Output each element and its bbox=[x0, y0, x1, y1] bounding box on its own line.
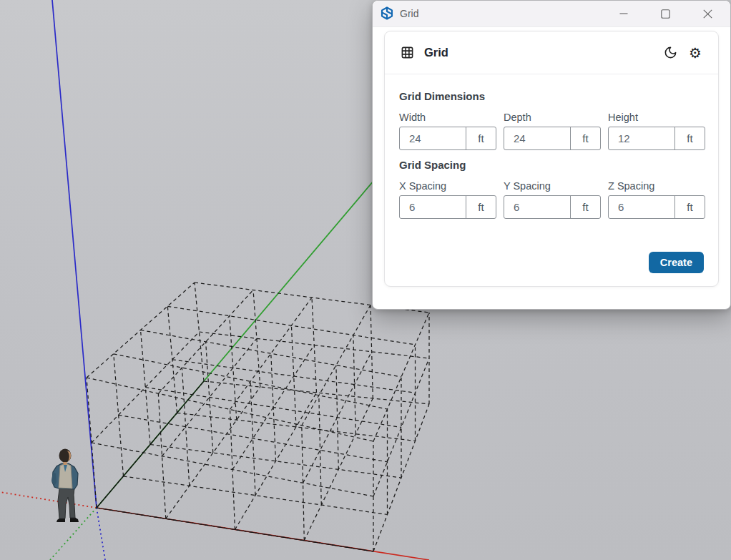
x-spacing-input[interactable] bbox=[400, 196, 466, 218]
create-button[interactable]: Create bbox=[649, 252, 704, 273]
y-spacing-input[interactable] bbox=[504, 196, 570, 218]
grid-dialog-window: Grid Grid bbox=[372, 0, 731, 310]
red-axis-dotted bbox=[0, 492, 97, 508]
height-input[interactable] bbox=[609, 127, 674, 149]
panel-title: Grid bbox=[424, 46, 448, 59]
x-spacing-unit-label: ft bbox=[466, 196, 496, 218]
z-spacing-unit-label: ft bbox=[674, 196, 705, 218]
depth-input[interactable] bbox=[504, 127, 570, 149]
maximize-icon bbox=[661, 9, 670, 19]
window-title: Grid bbox=[400, 8, 418, 19]
depth-unit-label: ft bbox=[570, 127, 600, 149]
settings-button[interactable]: ⚙ bbox=[688, 46, 702, 60]
y-spacing-unit-label: ft bbox=[570, 196, 600, 218]
dashed-3d-grid bbox=[87, 283, 429, 551]
z-spacing-label: Z Spacing bbox=[608, 180, 705, 192]
depth-label: Depth bbox=[504, 112, 601, 123]
x-spacing-label: X Spacing bbox=[399, 180, 496, 192]
maximize-button[interactable] bbox=[644, 1, 687, 26]
grid-panel-card: Grid ⚙ Grid Dimensions Width bbox=[384, 31, 719, 287]
panel-content: Grid Dimensions Width ft Depth ft bbox=[385, 74, 718, 219]
z-spacing-input[interactable] bbox=[609, 196, 674, 218]
grid-icon bbox=[401, 46, 414, 59]
depth-field: Depth ft bbox=[504, 112, 601, 150]
theme-toggle-button[interactable] bbox=[663, 46, 677, 60]
width-label: Width bbox=[399, 112, 496, 123]
height-field: Height ft bbox=[608, 112, 705, 150]
scale-figure bbox=[51, 449, 79, 523]
close-icon bbox=[703, 9, 712, 19]
sketchup-logo-icon bbox=[380, 6, 394, 21]
blue-axis-solid bbox=[52, 0, 97, 508]
height-label: Height bbox=[608, 112, 705, 123]
section-heading-dimensions: Grid Dimensions bbox=[399, 90, 704, 102]
panel-actions: ⚙ bbox=[663, 46, 702, 60]
window-controls bbox=[602, 1, 729, 26]
z-spacing-field: Z Spacing ft bbox=[608, 180, 705, 219]
blue-axis-dotted bbox=[97, 508, 105, 560]
panel-header: Grid ⚙ bbox=[385, 31, 718, 74]
width-input[interactable] bbox=[400, 127, 466, 149]
y-spacing-label: Y Spacing bbox=[504, 180, 601, 192]
y-spacing-field: Y Spacing ft bbox=[504, 180, 601, 219]
grid-dashed-lines bbox=[87, 283, 429, 551]
moon-icon bbox=[664, 46, 677, 59]
section-heading-spacing: Grid Spacing bbox=[399, 159, 704, 171]
x-spacing-field: X Spacing ft bbox=[399, 180, 496, 219]
width-unit-label: ft bbox=[466, 127, 496, 149]
window-titlebar[interactable]: Grid bbox=[373, 1, 730, 27]
height-unit-label: ft bbox=[674, 127, 705, 149]
dimension-fields: Width ft Depth ft Height bbox=[399, 112, 704, 150]
minimize-button[interactable] bbox=[602, 1, 644, 26]
grid-profile-edges bbox=[97, 381, 373, 551]
minimize-icon bbox=[619, 9, 628, 18]
close-button[interactable] bbox=[687, 1, 729, 26]
gear-icon: ⚙ bbox=[689, 46, 702, 60]
spacing-fields: X Spacing ft Y Spacing ft Z Spacing bbox=[399, 180, 704, 219]
width-field: Width ft bbox=[399, 112, 496, 150]
